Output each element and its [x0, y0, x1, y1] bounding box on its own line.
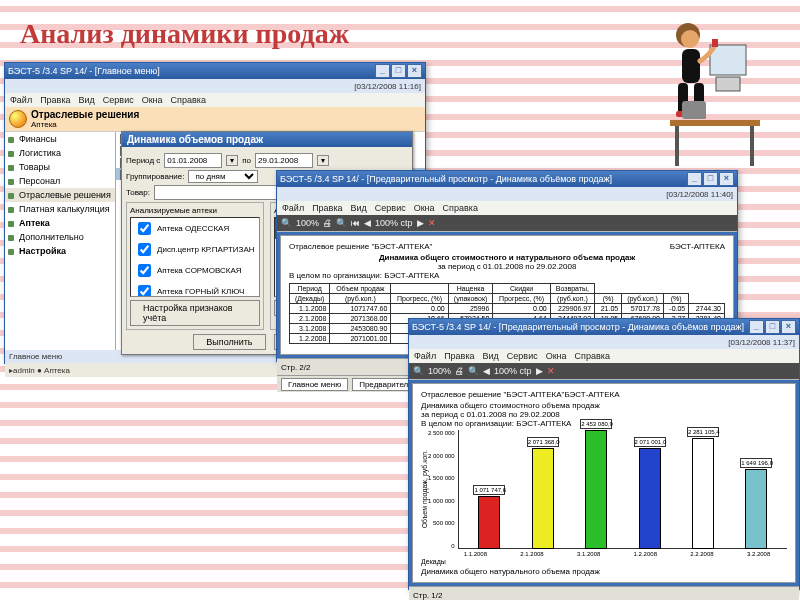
svg-rect-10 [712, 39, 718, 47]
chart-bar: 2 071 368,0 [532, 448, 554, 549]
chart-bar: 1 071 747,6 [478, 496, 500, 549]
menu-item[interactable]: Файл [282, 203, 304, 213]
nav-item[interactable]: Настройка [5, 244, 115, 258]
date-row: [03/12/2008 11:16] [5, 79, 425, 93]
nav-item[interactable]: Платная калькуляция [5, 202, 115, 216]
bar-chart: Объем продаж, руб.коп. 2 500 0002 000 00… [421, 430, 787, 565]
close-preview-icon[interactable]: ✕ [428, 218, 436, 228]
nav-first-icon[interactable]: ⏮ [351, 218, 360, 228]
menu-item[interactable]: Файл [10, 95, 32, 105]
page-indicator: Стр. 1/2 [413, 591, 442, 600]
preview-toolbar[interactable]: 🔍100% 🖨 🔍 ⏮ ◀ 100% ctp ▶ ✕ [277, 215, 737, 232]
print-icon[interactable]: 🖨 [323, 218, 332, 228]
nav-prev-icon[interactable]: ◀ [364, 218, 371, 228]
list-item[interactable]: Аптека ГОРНЫЙ КЛЮЧ [131, 281, 259, 297]
calendar-icon[interactable]: ▾ [226, 155, 238, 166]
close-button[interactable]: × [781, 320, 796, 334]
status-left: Главное меню [9, 352, 62, 361]
menu-item[interactable]: Справка [575, 351, 610, 361]
menu-item[interactable]: Окна [414, 203, 435, 213]
menu-item[interactable]: Сервис [375, 203, 406, 213]
svg-rect-2 [670, 120, 760, 126]
svg-rect-3 [675, 126, 679, 166]
period-to-input[interactable] [255, 153, 313, 168]
min-button[interactable]: _ [687, 172, 702, 186]
menu-item[interactable]: Файл [414, 351, 436, 361]
menu-item[interactable]: Сервис [507, 351, 538, 361]
menu-item[interactable]: Окна [546, 351, 567, 361]
menu-item[interactable]: Правка [40, 95, 70, 105]
nav-item[interactable]: Дополнительно [5, 230, 115, 244]
menu-item[interactable]: Вид [79, 95, 95, 105]
menu-item[interactable]: Сервис [103, 95, 134, 105]
org-icon [9, 110, 27, 128]
menu-item[interactable]: Окна [142, 95, 163, 105]
print-icon[interactable]: 🖨 [455, 366, 464, 376]
execute-button[interactable]: Выполнить [193, 334, 265, 350]
zoom-dropdown[interactable]: 🔍 [413, 366, 424, 376]
list-item[interactable]: Аптека ОДЕССКАЯ [131, 218, 259, 239]
min-button[interactable]: _ [375, 64, 390, 78]
svg-rect-0 [710, 45, 746, 75]
max-button[interactable]: □ [703, 172, 718, 186]
chart-bar: 2 071 001,0 [639, 448, 661, 549]
svg-point-6 [681, 30, 699, 48]
calendar-icon[interactable]: ▾ [317, 155, 329, 166]
nav-next-icon[interactable]: ▶ [417, 218, 424, 228]
find-icon[interactable]: 🔍 [468, 366, 479, 376]
dialog-title[interactable]: Динамика объемов продаж [122, 132, 412, 147]
org-banner: Отраслевые решения Аптека [5, 107, 425, 132]
nav-item[interactable]: Товары [5, 160, 115, 174]
nav-prev-icon[interactable]: ◀ [483, 366, 490, 376]
page-indicator: Стр. 2/2 [281, 363, 310, 372]
chart-bar: 2 281 105,4 [692, 438, 714, 549]
titlebar[interactable]: БЭСТ-5 /3.4 SP 14/ - [Предварительный пр… [409, 319, 799, 335]
report-page: Отраслевое решение "БЭСТ-АПТЕКА"БЭСТ-АПТ… [412, 383, 796, 583]
close-button[interactable]: × [407, 64, 422, 78]
pharmacies-list[interactable]: Аптека ОДЕССКАЯДисп.центр КР.ПАРТИЗАНАпт… [130, 217, 260, 297]
nav-item[interactable]: Логистика [5, 146, 115, 160]
preview-chart-window: БЭСТ-5 /3.4 SP 14/ - [Предварительный пр… [408, 318, 800, 590]
nav-item[interactable]: Отраслевые решения [5, 188, 115, 202]
nav-item[interactable]: Аптека [5, 216, 115, 230]
page-title: Анализ динамики продаж [20, 18, 349, 50]
min-button[interactable]: _ [749, 320, 764, 334]
svg-rect-1 [716, 77, 740, 91]
settings-button[interactable]: Настройка признаков учёта [130, 300, 260, 326]
period-from-input[interactable] [164, 153, 222, 168]
max-button[interactable]: □ [391, 64, 406, 78]
nav-next-icon[interactable]: ▶ [536, 366, 543, 376]
close-preview-icon[interactable]: ✕ [547, 366, 555, 376]
find-icon[interactable]: 🔍 [336, 218, 347, 228]
menubar[interactable]: ФайлПравкаВидСервисОкнаСправка [277, 201, 737, 215]
window-title: БЭСТ-5 /3.4 SP 14/ - [Главное меню] [8, 66, 160, 76]
svg-rect-7 [682, 49, 700, 83]
nav-item[interactable]: Персонал [5, 174, 115, 188]
chart-bar: 2 453 080,9 [585, 430, 607, 549]
list-item[interactable]: Дисп.центр КР.ПАРТИЗАН [131, 239, 259, 260]
menubar[interactable]: ФайлПравкаВидСервисОкнаСправка [5, 93, 425, 107]
svg-rect-4 [750, 126, 754, 166]
nav-item[interactable]: Финансы [5, 132, 115, 146]
menu-item[interactable]: Правка [312, 203, 342, 213]
tab-main[interactable]: Главное меню [281, 378, 348, 391]
titlebar[interactable]: БЭСТ-5 /3.4 SP 14/ - [Предварительный пр… [277, 171, 737, 187]
clipart-woman [620, 5, 770, 175]
zoom-dropdown[interactable]: 🔍 [281, 218, 292, 228]
max-button[interactable]: □ [765, 320, 780, 334]
list-item[interactable]: Аптека СОРМОВСКАЯ [131, 260, 259, 281]
grouping-select[interactable]: по дням [188, 170, 258, 183]
menu-item[interactable]: Справка [171, 95, 206, 105]
nav-tree[interactable]: ФинансыЛогистикаТоварыПерсоналОтраслевые… [5, 132, 116, 350]
close-button[interactable]: × [719, 172, 734, 186]
menubar[interactable]: ФайлПравкаВидСервисОкнаСправка [409, 349, 799, 363]
menu-item[interactable]: Справка [443, 203, 478, 213]
svg-rect-13 [682, 101, 706, 119]
chart-bar: 1 649 196,0 [745, 469, 767, 550]
preview-toolbar[interactable]: 🔍100% 🖨 🔍 ◀ 100% ctp ▶ ✕ [409, 363, 799, 380]
titlebar[interactable]: БЭСТ-5 /3.4 SP 14/ - [Главное меню] _ □ … [5, 63, 425, 79]
menu-item[interactable]: Вид [351, 203, 367, 213]
menu-item[interactable]: Вид [483, 351, 499, 361]
org-title: Отраслевые решения [31, 109, 139, 120]
menu-item[interactable]: Правка [444, 351, 474, 361]
